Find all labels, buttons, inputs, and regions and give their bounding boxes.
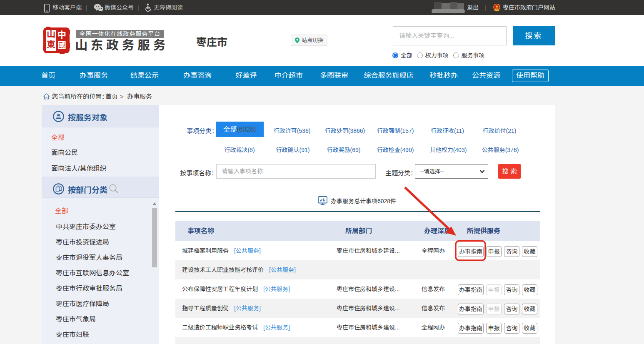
svg-text:東: 東 bbox=[47, 37, 55, 50]
svg-text:國: 國 bbox=[57, 38, 66, 51]
